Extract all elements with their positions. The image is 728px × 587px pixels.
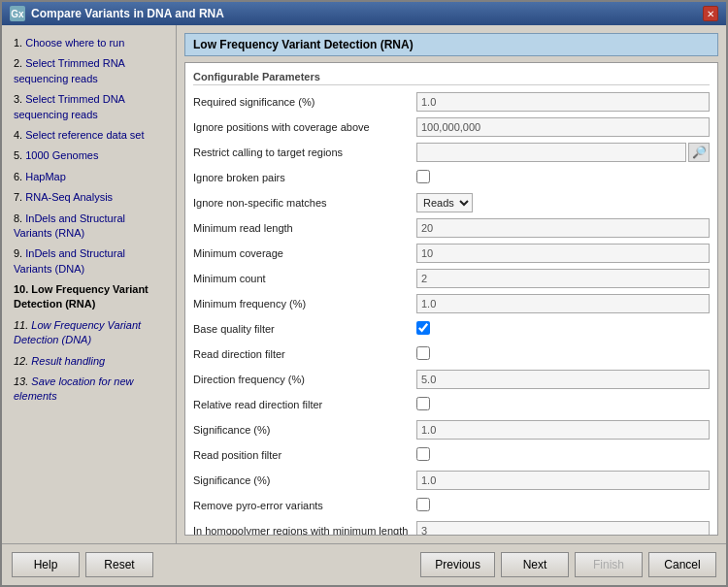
form-label-12: Relative read direction filter xyxy=(193,399,416,410)
form-control-10 xyxy=(416,346,710,363)
form-control-6 xyxy=(416,244,710,263)
form-input-6[interactable] xyxy=(416,244,710,263)
main-window: Gx Compare Variants in DNA and RNA ✕ 1. … xyxy=(0,0,728,587)
form-label-3: Ignore broken pairs xyxy=(193,172,416,183)
form-row-0: Required significance (%) xyxy=(193,91,710,113)
cancel-button[interactable]: Cancel xyxy=(648,552,716,577)
reset-button[interactable]: Reset xyxy=(85,552,153,577)
form-row-13: Significance (%) xyxy=(193,419,710,440)
sidebar-num-11: 11. xyxy=(14,319,28,331)
form-control-4: ReadsNoneBoth xyxy=(416,193,710,212)
sidebar: 1. Choose where to run2. Select Trimmed … xyxy=(2,25,177,543)
app-icon: Gx xyxy=(10,6,25,21)
form-checkbox-14[interactable] xyxy=(416,447,430,461)
form-input-2[interactable] xyxy=(416,143,686,162)
sidebar-num-4: 4. xyxy=(14,129,22,141)
sidebar-item-9[interactable]: 9. InDels and Structural Variants (DNA) xyxy=(8,244,170,279)
section-header: Configurable Parameters xyxy=(193,71,710,85)
form-control-8 xyxy=(416,294,710,313)
form-checkbox-16[interactable] xyxy=(416,498,430,511)
form-label-13: Significance (%) xyxy=(193,424,416,436)
form-row-3: Ignore broken pairs xyxy=(193,167,710,188)
form-input-17[interactable] xyxy=(416,521,710,536)
form-control-17 xyxy=(416,521,710,536)
form-control-13 xyxy=(416,420,710,440)
form-row-10: Read direction filter xyxy=(193,343,710,365)
browse-button-2[interactable]: 🔎 xyxy=(688,143,710,162)
finish-button[interactable]: Finish xyxy=(575,552,643,577)
form-input-8[interactable] xyxy=(416,294,710,313)
help-button[interactable]: Help xyxy=(12,552,80,577)
form-input-11[interactable] xyxy=(416,370,710,389)
form-control-14 xyxy=(416,447,710,464)
sidebar-num-9: 9. xyxy=(14,247,22,259)
btn-group-right: Previous Next Finish Cancel xyxy=(420,552,716,577)
sidebar-num-6: 6. xyxy=(14,171,22,182)
form-input-13[interactable] xyxy=(416,420,710,440)
next-button[interactable]: Next xyxy=(501,552,569,577)
form-row-9: Base quality filter xyxy=(193,318,710,340)
sidebar-num-13: 13. xyxy=(14,375,28,387)
right-panel: Low Frequency Variant Detection (RNA) Co… xyxy=(177,25,726,543)
titlebar-left: Gx Compare Variants in DNA and RNA xyxy=(10,6,224,21)
sidebar-item-1[interactable]: 1. Choose where to run xyxy=(8,33,170,53)
sidebar-item-10[interactable]: 10. Low Frequency Variant Detection (RNA… xyxy=(8,279,170,315)
form-input-15[interactable] xyxy=(416,471,710,490)
form-select-4[interactable]: ReadsNoneBoth xyxy=(416,193,473,212)
sidebar-num-2: 2. xyxy=(14,57,22,69)
form-control-5 xyxy=(416,218,710,238)
form-input-1[interactable] xyxy=(416,117,710,137)
form-label-6: Minimum coverage xyxy=(193,247,416,259)
form-control-3 xyxy=(416,170,710,186)
sidebar-item-6[interactable]: 6. HapMap xyxy=(8,167,170,187)
form-row-1: Ignore positions with coverage above xyxy=(193,116,710,138)
bottom-bar: Help Reset Previous Next Finish Cancel xyxy=(2,543,726,585)
sidebar-num-1: 1. xyxy=(14,37,22,49)
form-label-9: Base quality filter xyxy=(193,323,416,335)
form-checkbox-10[interactable] xyxy=(416,346,430,360)
sidebar-num-3: 3. xyxy=(14,93,22,105)
form-label-16: Remove pyro-error variants xyxy=(193,500,416,511)
sidebar-num-8: 8. xyxy=(14,212,22,224)
btn-group-left: Help Reset xyxy=(12,552,153,577)
sidebar-item-8[interactable]: 8. InDels and Structural Variants (RNA) xyxy=(8,209,170,245)
sidebar-item-3[interactable]: 3. Select Trimmed DNA sequencing reads xyxy=(8,89,170,125)
form-section: Configurable Parameters Required signifi… xyxy=(184,62,718,536)
form-input-5[interactable] xyxy=(416,218,710,238)
form-label-10: Read direction filter xyxy=(193,348,416,360)
form-row-17: In homopolymer regions with minimum leng… xyxy=(193,520,710,536)
panel-title: Low Frequency Variant Detection (RNA) xyxy=(184,33,718,56)
titlebar: Gx Compare Variants in DNA and RNA ✕ xyxy=(2,2,726,25)
form-label-11: Direction frequency (%) xyxy=(193,374,416,385)
form-input-7[interactable] xyxy=(416,269,710,288)
form-label-1: Ignore positions with coverage above xyxy=(193,121,416,133)
form-row-6: Minimum coverage xyxy=(193,243,710,264)
sidebar-num-7: 7. xyxy=(14,191,22,203)
form-checkbox-9[interactable] xyxy=(416,321,430,335)
sidebar-item-2[interactable]: 2. Select Trimmed RNA sequencing reads xyxy=(8,53,170,89)
form-row-7: Minimum count xyxy=(193,268,710,289)
sidebar-num-12: 12. xyxy=(14,355,28,367)
previous-button[interactable]: Previous xyxy=(420,552,495,577)
form-label-2: Restrict calling to target regions xyxy=(193,147,416,158)
sidebar-item-12[interactable]: 12. Result handling xyxy=(8,351,170,372)
close-button[interactable]: ✕ xyxy=(703,6,718,21)
form-label-0: Required significance (%) xyxy=(193,96,416,108)
form-control-0 xyxy=(416,92,710,112)
form-checkbox-3[interactable] xyxy=(416,170,430,183)
sidebar-item-4[interactable]: 4. Select reference data set xyxy=(8,125,170,146)
sidebar-item-11[interactable]: 11. Low Frequency Variant Detection (DNA… xyxy=(8,315,170,351)
sidebar-item-13[interactable]: 13. Save location for new elements xyxy=(8,372,170,408)
sidebar-item-5[interactable]: 5. 1000 Genomes xyxy=(8,146,170,166)
sidebar-item-7[interactable]: 7. RNA-Seq Analysis xyxy=(8,187,170,208)
form-label-5: Minimum read length xyxy=(193,222,416,234)
form-label-8: Minimum frequency (%) xyxy=(193,298,416,310)
form-control-7 xyxy=(416,269,710,288)
form-checkbox-12[interactable] xyxy=(416,397,430,410)
form-input-0[interactable] xyxy=(416,92,710,112)
form-control-11 xyxy=(416,370,710,389)
form-control-2: 🔎 xyxy=(416,143,710,162)
sidebar-num-10: 10. xyxy=(14,283,28,295)
form-row-8: Minimum frequency (%) xyxy=(193,293,710,314)
sidebar-num-5: 5. xyxy=(14,149,22,161)
